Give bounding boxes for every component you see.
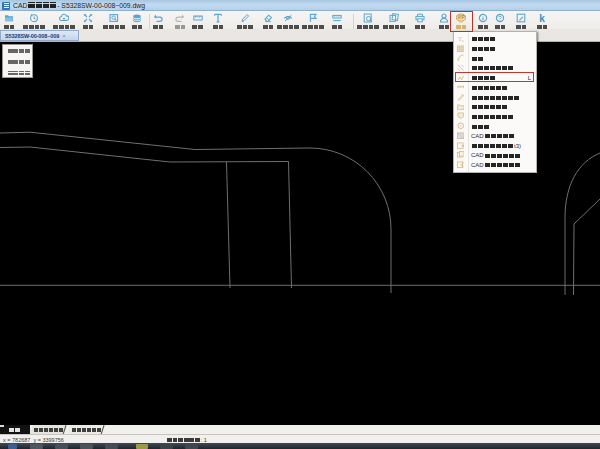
svg-text:a: a xyxy=(461,38,463,42)
svg-text:k: k xyxy=(539,13,545,23)
